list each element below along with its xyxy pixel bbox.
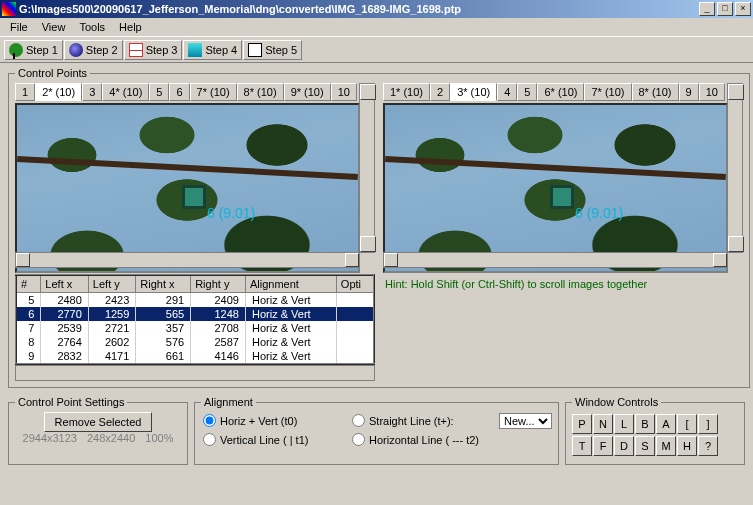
tab-ltabs-4[interactable]: 5 xyxy=(149,83,169,101)
step3-button[interactable]: Step 3 xyxy=(124,40,183,60)
col-lx[interactable]: Left x xyxy=(41,275,89,293)
left-image[interactable]: 6 (9.01) xyxy=(15,103,360,273)
dims-left: 2944x3123 xyxy=(23,432,77,444)
tab-rtabs-2[interactable]: 3* (10) xyxy=(450,83,497,101)
cp-settings-group: Control Point Settings Remove Selected 2… xyxy=(8,396,188,465)
close-button[interactable]: × xyxy=(735,2,751,16)
menu-view[interactable]: View xyxy=(36,19,72,35)
wc-button-B[interactable]: B xyxy=(635,414,655,434)
tab-ltabs-1[interactable]: 2* (10) xyxy=(35,83,82,101)
tab-ltabs-3[interactable]: 4* (10) xyxy=(102,83,149,101)
radio-hv[interactable]: Horiz + Vert (t0) xyxy=(203,414,336,427)
cp-marker-right[interactable] xyxy=(550,185,574,209)
sphere-icon xyxy=(69,43,83,57)
tab-ltabs-9[interactable]: 10 xyxy=(331,83,357,101)
dims-right: 248x2440 xyxy=(87,432,135,444)
tab-rtabs-4[interactable]: 5 xyxy=(517,83,537,101)
step5-button[interactable]: Step 5 xyxy=(243,40,302,60)
tab-rtabs-9[interactable]: 10 xyxy=(699,83,725,101)
wc-button-N[interactable]: N xyxy=(593,414,613,434)
left-vscroll[interactable] xyxy=(359,83,375,253)
radio-vl[interactable]: Vertical Line ( | t1) xyxy=(203,433,336,446)
wc-button-S[interactable]: S xyxy=(635,436,655,456)
step1-button[interactable]: Step 1 xyxy=(4,40,63,60)
table-row[interactable]: 9283241716614146Horiz & Vert xyxy=(16,349,374,364)
alignment-legend: Alignment xyxy=(201,396,256,408)
tab-rtabs-0[interactable]: 1* (10) xyxy=(383,83,430,101)
cp-marker-left[interactable] xyxy=(182,185,206,209)
radio-hl[interactable]: Horizontal Line ( --- t2) xyxy=(352,433,485,446)
tab-ltabs-2[interactable]: 3 xyxy=(82,83,102,101)
menu-file[interactable]: File xyxy=(4,19,34,35)
left-pane: 12* (10)34* (10)567* (10)8* (10)9* (10)1… xyxy=(15,83,375,268)
tab-rtabs-5[interactable]: 6* (10) xyxy=(537,83,584,101)
menu-help[interactable]: Help xyxy=(113,19,148,35)
radio-hl-label: Horizontal Line ( --- t2) xyxy=(369,434,479,446)
step2-button[interactable]: Step 2 xyxy=(64,40,123,60)
tab-rtabs-3[interactable]: 4 xyxy=(497,83,517,101)
right-image[interactable]: 6 (9.01) xyxy=(383,103,728,273)
maximize-button[interactable]: □ xyxy=(717,2,733,16)
window-title: G:\Images500\20090617_Jefferson_Memorial… xyxy=(19,3,699,15)
step2-label: Step 2 xyxy=(86,44,118,56)
tab-ltabs-8[interactable]: 9* (10) xyxy=(284,83,331,101)
control-points-legend: Control Points xyxy=(15,67,90,79)
radio-vl-label: Vertical Line ( | t1) xyxy=(220,434,308,446)
tab-ltabs-5[interactable]: 6 xyxy=(169,83,189,101)
radio-hv-label: Horiz + Vert (t0) xyxy=(220,415,297,427)
wc-button-L[interactable]: L xyxy=(614,414,634,434)
radio-sl[interactable]: Straight Line (t+): xyxy=(352,414,485,427)
rect-icon xyxy=(248,43,262,57)
wave-icon xyxy=(188,43,202,57)
tab-ltabs-0[interactable]: 1 xyxy=(15,83,35,101)
wc-button-H[interactable]: H xyxy=(677,436,697,456)
table-hscroll[interactable] xyxy=(15,365,375,381)
control-points-group: Control Points 12* (10)34* (10)567* (10)… xyxy=(8,67,750,388)
right-vscroll[interactable] xyxy=(727,83,743,253)
tab-rtabs-8[interactable]: 9 xyxy=(679,83,699,101)
tab-rtabs-7[interactable]: 8* (10) xyxy=(632,83,679,101)
wc-button-P[interactable]: P xyxy=(572,414,592,434)
step5-label: Step 5 xyxy=(265,44,297,56)
app-icon xyxy=(2,2,16,16)
minimize-button[interactable]: _ xyxy=(699,2,715,16)
table-row[interactable]: 7253927213572708Horiz & Vert xyxy=(16,321,374,335)
menu-tools[interactable]: Tools xyxy=(73,19,111,35)
left-hscroll[interactable] xyxy=(15,252,360,268)
hint-text: Hint: Hold Shift (or Ctrl-Shift) to scro… xyxy=(383,274,649,294)
grid-icon xyxy=(129,43,143,57)
right-tabs: 1* (10)23* (10)456* (10)7* (10)8* (10)91… xyxy=(383,83,743,101)
wc-button-M[interactable]: M xyxy=(656,436,676,456)
col-num[interactable]: # xyxy=(16,275,41,293)
cp-table[interactable]: # Left x Left y Right x Right y Alignmen… xyxy=(15,274,375,365)
step4-button[interactable]: Step 4 xyxy=(183,40,242,60)
col-al[interactable]: Alignment xyxy=(245,275,336,293)
wc-button-[[interactable]: [ xyxy=(677,414,697,434)
title-bar: G:\Images500\20090617_Jefferson_Memorial… xyxy=(0,0,753,18)
table-row[interactable]: 5248024232912409Horiz & Vert xyxy=(16,293,374,308)
wc-button-][interactable]: ] xyxy=(698,414,718,434)
wc-button-A[interactable]: A xyxy=(656,414,676,434)
tab-ltabs-7[interactable]: 8* (10) xyxy=(237,83,284,101)
col-ly[interactable]: Left y xyxy=(88,275,136,293)
straight-line-select[interactable]: New... xyxy=(499,413,552,429)
col-rx[interactable]: Right x xyxy=(136,275,191,293)
table-row[interactable]: 6277012595651248Horiz & Vert xyxy=(16,307,374,321)
wc-row2: TFDSMH? xyxy=(572,436,738,456)
wc-button-T[interactable]: T xyxy=(572,436,592,456)
hint-area: Hint: Hold Shift (or Ctrl-Shift) to scro… xyxy=(383,274,649,381)
col-ry[interactable]: Right y xyxy=(191,275,246,293)
remove-selected-button[interactable]: Remove Selected xyxy=(44,412,153,432)
wc-button-?[interactable]: ? xyxy=(698,436,718,456)
tab-rtabs-6[interactable]: 7* (10) xyxy=(584,83,631,101)
right-hscroll[interactable] xyxy=(383,252,728,268)
cp-marker-right-label: 6 (9.01) xyxy=(575,205,623,221)
wc-button-F[interactable]: F xyxy=(593,436,613,456)
cp-table-wrap: # Left x Left y Right x Right y Alignmen… xyxy=(15,274,375,381)
tab-rtabs-1[interactable]: 2 xyxy=(430,83,450,101)
col-opt[interactable]: Opti xyxy=(336,275,374,293)
table-row[interactable]: 8276426025762587Horiz & Vert xyxy=(16,335,374,349)
window-controls-group: Window Controls PNLBA[] TFDSMH? xyxy=(565,396,745,465)
wc-button-D[interactable]: D xyxy=(614,436,634,456)
tab-ltabs-6[interactable]: 7* (10) xyxy=(190,83,237,101)
